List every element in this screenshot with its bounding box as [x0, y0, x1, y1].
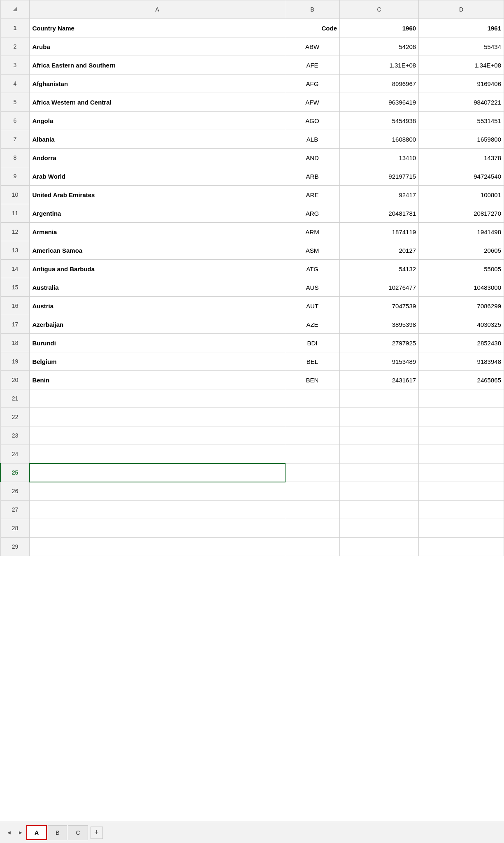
- empty-cell-23-4[interactable]: [419, 426, 504, 445]
- cell-a-16[interactable]: Austria: [30, 297, 285, 315]
- empty-cell-24-2[interactable]: [285, 445, 340, 463]
- tab-nav-next[interactable]: ►: [15, 827, 26, 838]
- empty-cell-27-1[interactable]: [30, 501, 285, 519]
- empty-cell-22-2[interactable]: [285, 408, 340, 426]
- cell-a-20[interactable]: Benin: [30, 371, 285, 389]
- cell-c-4[interactable]: 8996967: [340, 75, 419, 93]
- cell-d-19[interactable]: 9183948: [419, 352, 504, 371]
- cell-c-5[interactable]: 96396419: [340, 93, 419, 112]
- empty-cell-21-2[interactable]: [285, 389, 340, 408]
- cell-a-2[interactable]: Aruba: [30, 37, 285, 56]
- cell-a-18[interactable]: Burundi: [30, 334, 285, 352]
- cell-c-11[interactable]: 20481781: [340, 204, 419, 223]
- empty-cell-27-4[interactable]: [419, 501, 504, 519]
- tab-add-button[interactable]: +: [91, 827, 103, 839]
- empty-cell-21-3[interactable]: [340, 389, 419, 408]
- cell-b-2[interactable]: ABW: [285, 37, 340, 56]
- empty-cell-26-1[interactable]: [30, 482, 285, 501]
- cell-b-4[interactable]: AFG: [285, 75, 340, 93]
- cell-c-12[interactable]: 1874119: [340, 223, 419, 241]
- cell-a-11[interactable]: Argentina: [30, 204, 285, 223]
- empty-cell-29-1[interactable]: [30, 538, 285, 556]
- cell-d-7[interactable]: 1659800: [419, 130, 504, 149]
- cell-a-7[interactable]: Albania: [30, 130, 285, 149]
- cell-b-11[interactable]: ARG: [285, 204, 340, 223]
- empty-cell-24-3[interactable]: [340, 445, 419, 463]
- cell-a-12[interactable]: Armenia: [30, 223, 285, 241]
- cell-a-15[interactable]: Australia: [30, 278, 285, 297]
- empty-cell-26-2[interactable]: [285, 482, 340, 501]
- cell-b-3[interactable]: AFE: [285, 56, 340, 75]
- col-header-d[interactable]: D: [419, 0, 504, 19]
- cell-b-13[interactable]: ASM: [285, 241, 340, 260]
- cell-a-9[interactable]: Arab World: [30, 167, 285, 186]
- cell-a-8[interactable]: Andorra: [30, 149, 285, 167]
- col-header-c[interactable]: C: [340, 0, 419, 19]
- cell-b-16[interactable]: AUT: [285, 297, 340, 315]
- cell-d-20[interactable]: 2465865: [419, 371, 504, 389]
- cell-d-8[interactable]: 14378: [419, 149, 504, 167]
- empty-cell-29-4[interactable]: [419, 538, 504, 556]
- cell-b-15[interactable]: AUS: [285, 278, 340, 297]
- cell-c-19[interactable]: 9153489: [340, 352, 419, 371]
- tab-b[interactable]: B: [48, 825, 67, 840]
- cell-b-20[interactable]: BEN: [285, 371, 340, 389]
- cell-d-12[interactable]: 1941498: [419, 223, 504, 241]
- cell-c-16[interactable]: 7047539: [340, 297, 419, 315]
- cell-a-14[interactable]: Antigua and Barbuda: [30, 260, 285, 278]
- cell-c-18[interactable]: 2797925: [340, 334, 419, 352]
- header-country-name[interactable]: Country Name: [30, 19, 285, 37]
- empty-cell-28-4[interactable]: [419, 519, 504, 538]
- cell-c-14[interactable]: 54132: [340, 260, 419, 278]
- col-header-b[interactable]: B: [285, 0, 340, 19]
- cell-d-17[interactable]: 4030325: [419, 315, 504, 334]
- cell-d-4[interactable]: 9169406: [419, 75, 504, 93]
- cell-c-20[interactable]: 2431617: [340, 371, 419, 389]
- empty-cell-24-4[interactable]: [419, 445, 504, 463]
- tab-nav-prev[interactable]: ◄: [3, 827, 15, 838]
- empty-cell-29-2[interactable]: [285, 538, 340, 556]
- empty-cell-26-4[interactable]: [419, 482, 504, 501]
- cell-d-15[interactable]: 10483000: [419, 278, 504, 297]
- cell-a-10[interactable]: United Arab Emirates: [30, 186, 285, 204]
- empty-cell-25-4[interactable]: [419, 463, 504, 482]
- empty-cell-23-3[interactable]: [340, 426, 419, 445]
- empty-cell-22-4[interactable]: [419, 408, 504, 426]
- cell-c-2[interactable]: 54208: [340, 37, 419, 56]
- cell-c-7[interactable]: 1608800: [340, 130, 419, 149]
- empty-cell-29-3[interactable]: [340, 538, 419, 556]
- cell-b-5[interactable]: AFW: [285, 93, 340, 112]
- cell-d-5[interactable]: 98407221: [419, 93, 504, 112]
- cell-b-10[interactable]: ARE: [285, 186, 340, 204]
- empty-cell-28-3[interactable]: [340, 519, 419, 538]
- cell-c-9[interactable]: 92197715: [340, 167, 419, 186]
- col-header-a[interactable]: A: [30, 0, 285, 19]
- empty-cell-22-3[interactable]: [340, 408, 419, 426]
- empty-cell-24-1[interactable]: [30, 445, 285, 463]
- cell-d-14[interactable]: 55005: [419, 260, 504, 278]
- empty-cell-25-2[interactable]: [285, 463, 340, 482]
- cell-b-17[interactable]: AZE: [285, 315, 340, 334]
- cell-b-14[interactable]: ATG: [285, 260, 340, 278]
- tab-a[interactable]: A: [26, 825, 47, 840]
- cell-b-8[interactable]: AND: [285, 149, 340, 167]
- cell-c-15[interactable]: 10276477: [340, 278, 419, 297]
- cell-c-6[interactable]: 5454938: [340, 112, 419, 130]
- empty-cell-23-2[interactable]: [285, 426, 340, 445]
- cell-c-13[interactable]: 20127: [340, 241, 419, 260]
- cell-a-5[interactable]: Africa Western and Central: [30, 93, 285, 112]
- empty-cell-21-4[interactable]: [419, 389, 504, 408]
- cell-d-11[interactable]: 20817270: [419, 204, 504, 223]
- cell-d-6[interactable]: 5531451: [419, 112, 504, 130]
- cell-c-8[interactable]: 13410: [340, 149, 419, 167]
- empty-cell-26-3[interactable]: [340, 482, 419, 501]
- cell-b-7[interactable]: ALB: [285, 130, 340, 149]
- cell-b-12[interactable]: ARM: [285, 223, 340, 241]
- cell-b-18[interactable]: BDI: [285, 334, 340, 352]
- empty-cell-27-2[interactable]: [285, 501, 340, 519]
- cell-b-6[interactable]: AGO: [285, 112, 340, 130]
- empty-cell-25-3[interactable]: [340, 463, 419, 482]
- header-code[interactable]: Code: [285, 19, 340, 37]
- cell-d-13[interactable]: 20605: [419, 241, 504, 260]
- empty-cell-28-1[interactable]: [30, 519, 285, 538]
